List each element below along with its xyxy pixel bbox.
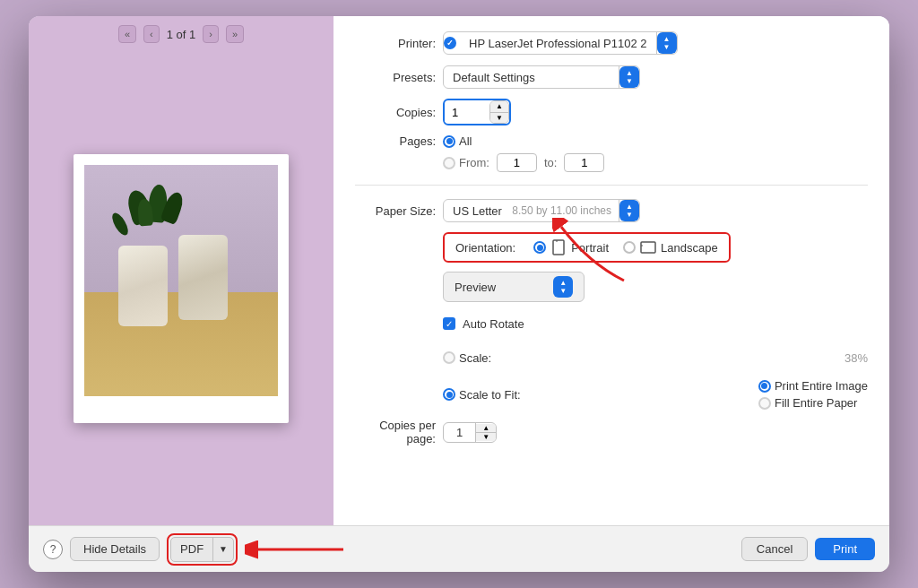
auto-rotate-checkbox[interactable]: ✓ — [443, 317, 455, 330]
copies-field[interactable]: ▲ ▼ — [443, 99, 511, 125]
auto-rotate-row: ✓ Auto Rotate — [355, 311, 868, 336]
preview-photo — [74, 154, 289, 423]
printer-icon: ✓ — [444, 37, 456, 49]
scale-to-fit-radio[interactable] — [443, 388, 455, 401]
printer-stepper[interactable]: ▲ ▼ — [657, 32, 677, 54]
scale-radio[interactable] — [443, 351, 455, 364]
landscape-radio[interactable] — [623, 241, 636, 254]
pdf-button[interactable]: PDF ▼ — [170, 537, 234, 562]
pages-all-option[interactable]: All — [443, 134, 472, 148]
print-entire-image-label: Print Entire Image — [775, 379, 868, 393]
stepper-up-icon: ▲ — [663, 36, 671, 43]
first-page-icon: « — [125, 29, 130, 39]
printer-row: Printer: ✓ HP LaserJet Professional P110… — [355, 30, 868, 56]
pagination-bar: « ‹ 1 of 1 › » — [29, 16, 333, 52]
copies-increment[interactable]: ▲ — [490, 101, 508, 113]
portrait-option[interactable]: Portrait — [533, 239, 609, 255]
scale-to-fit-option[interactable]: Scale to Fit: — [443, 388, 521, 402]
hide-details-button[interactable]: Hide Details — [70, 537, 160, 561]
left-panel: « ‹ 1 of 1 › » — [29, 16, 333, 525]
pages-all-radio[interactable] — [443, 135, 455, 148]
print-entire-image-option[interactable]: Print Entire Image — [758, 379, 868, 393]
presets-row: Presets: Default Settings ▲ ▼ — [355, 65, 868, 90]
scale-value: 38% — [844, 351, 868, 365]
copies-per-page-value: 1 — [444, 423, 476, 442]
paper-size-row: Paper Size: US Letter 8.50 by 11.00 inch… — [355, 198, 868, 223]
prev-page-button[interactable]: ‹ — [143, 25, 160, 43]
hide-details-label: Hide Details — [83, 542, 146, 556]
portrait-icon — [550, 239, 567, 255]
photo-image — [84, 165, 278, 396]
pages-to-label: to: — [544, 156, 557, 169]
orientation-text-label: Orientation: — [455, 241, 515, 255]
help-button[interactable]: ? — [43, 540, 63, 559]
copies-label: Copies: — [355, 106, 436, 119]
pages-all-label: All — [459, 134, 472, 148]
first-page-button[interactable]: « — [118, 25, 136, 43]
svg-rect-0 — [553, 240, 564, 255]
cancel-button[interactable]: Cancel — [741, 537, 808, 561]
landscape-label: Landscape — [661, 241, 718, 255]
landscape-option[interactable]: Landscape — [623, 239, 718, 255]
stepper-down-icon: ▼ — [626, 78, 633, 85]
separator-1 — [355, 185, 868, 186]
fill-entire-paper-radio[interactable] — [758, 397, 771, 410]
scale-to-fit-row: Scale to Fit: Print Entire Image Fill En… — [355, 379, 868, 410]
fill-entire-paper-option[interactable]: Fill Entire Paper — [758, 396, 868, 410]
copies-decrement[interactable]: ▼ — [490, 113, 508, 124]
stepper-down-icon: ▼ — [663, 44, 671, 51]
prev-page-icon: ‹ — [150, 29, 153, 39]
bottom-bar: ? Hide Details PDF ▼ — [29, 525, 889, 572]
pdf-button-wrapper: PDF ▼ — [167, 533, 238, 566]
printer-dropdown[interactable]: ✓ HP LaserJet Professional P1102 2 ▲ ▼ — [443, 31, 678, 55]
last-page-icon: » — [232, 29, 238, 39]
cancel-label: Cancel — [757, 542, 792, 556]
current-page: 1 — [167, 28, 173, 41]
copies-stepper[interactable]: ▲ ▼ — [489, 100, 509, 124]
landscape-icon — [640, 239, 656, 255]
section-dropdown[interactable]: Preview ▲ ▼ — [443, 272, 585, 302]
page-indicator: 1 of 1 — [167, 28, 196, 41]
pages-section: Pages: All From: to: — [355, 134, 868, 172]
next-page-button[interactable]: › — [203, 25, 219, 43]
scale-option[interactable]: Scale: — [443, 351, 491, 365]
pages-to-input[interactable] — [564, 153, 604, 172]
total-pages-value: 1 — [189, 28, 195, 41]
pages-from-input[interactable] — [497, 153, 537, 172]
copies-input[interactable] — [445, 103, 489, 122]
portrait-radio[interactable] — [533, 241, 546, 254]
pdf-label: PDF — [171, 539, 212, 559]
preview-area — [65, 52, 298, 525]
dialog-body: « ‹ 1 of 1 › » — [29, 16, 889, 525]
presets-value: Default Settings — [444, 67, 619, 88]
scale-row: Scale: 38% — [355, 345, 868, 370]
fill-entire-paper-label: Fill Entire Paper — [775, 396, 857, 410]
orientation-section: Orientation: Portrait — [443, 232, 731, 263]
print-dialog: « ‹ 1 of 1 › » — [29, 16, 889, 572]
presets-dropdown[interactable]: Default Settings ▲ ▼ — [443, 65, 640, 89]
paper-size-name: US Letter — [444, 201, 512, 221]
print-button[interactable]: Print — [815, 538, 875, 560]
tp-roll-right — [178, 235, 228, 320]
section-dropdown-label: Preview — [455, 281, 496, 294]
scale-to-fit-label: Scale to Fit: — [459, 388, 521, 402]
paper-size-stepper[interactable]: ▲ ▼ — [619, 200, 639, 221]
section-stepper[interactable]: ▲ ▼ — [553, 276, 573, 298]
cpp-increment[interactable]: ▲ — [476, 424, 496, 433]
presets-label: Presets: — [355, 71, 436, 84]
pages-from-radio[interactable] — [443, 157, 455, 169]
print-entire-image-radio[interactable] — [758, 380, 771, 393]
last-page-button[interactable]: » — [226, 25, 244, 43]
orientation-row: Orientation: Portrait — [355, 232, 868, 263]
presets-stepper[interactable]: ▲ ▼ — [619, 66, 639, 88]
paper-size-dropdown[interactable]: US Letter 8.50 by 11.00 inches ▲ ▼ — [443, 199, 640, 222]
portrait-label: Portrait — [571, 241, 609, 255]
pages-from-option[interactable]: From: — [443, 156, 489, 169]
scale-label: Scale: — [459, 351, 491, 365]
pdf-dropdown-arrow[interactable]: ▼ — [213, 540, 233, 558]
stepper-down-icon: ▼ — [626, 212, 633, 219]
pages-from-row: From: to: — [355, 153, 868, 172]
copies-per-page-stepper[interactable]: 1 ▲ ▼ — [443, 422, 497, 443]
printer-value: HP LaserJet Professional P1102 2 — [460, 33, 656, 54]
cpp-decrement[interactable]: ▼ — [476, 433, 496, 441]
